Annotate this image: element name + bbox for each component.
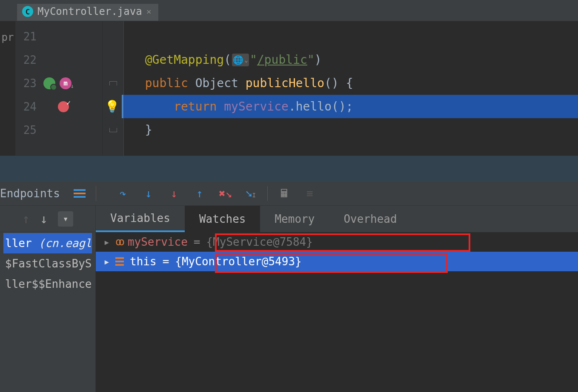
object-icon — [115, 257, 124, 266]
string-quote: " — [307, 53, 315, 67]
run-to-cursor-icon[interactable]: ➘I — [244, 187, 257, 200]
method-call-token: hello — [296, 99, 332, 114]
filter-frames-icon[interactable]: ▾ — [58, 211, 73, 227]
step-out-icon[interactable]: ↑ — [193, 187, 206, 200]
keyword-return: return — [174, 99, 217, 114]
editor-debug-separator — [0, 156, 578, 181]
watch-name: myService — [128, 232, 188, 252]
code-editor[interactable]: pr 21 22 23 m 24 25 💡 — [0, 21, 578, 156]
fold-end-icon[interactable] — [109, 128, 117, 132]
method-gutter-icon[interactable]: m — [60, 77, 72, 89]
tab-variables[interactable]: Variables — [96, 206, 185, 232]
evaluate-icon[interactable]: 🖩 — [278, 187, 291, 200]
trace-icon[interactable]: ≡ — [303, 187, 316, 200]
type-token: Object — [195, 76, 238, 90]
close-icon[interactable]: × — [146, 6, 152, 17]
line-number: 22 — [22, 54, 37, 66]
highlight-annotation — [215, 233, 470, 252]
string-quote: " — [250, 53, 257, 67]
fold-start-icon[interactable] — [109, 81, 117, 85]
equals: = — [194, 232, 200, 252]
debug-tab-row: Variables Watches Memory Overhead — [96, 206, 578, 232]
drop-frame-icon[interactable]: ✖↘ — [219, 187, 232, 200]
keyword-public: public — [145, 76, 188, 90]
expand-icon[interactable]: ▸ — [103, 232, 109, 252]
punct: } — [145, 123, 152, 137]
equals: = — [163, 252, 169, 271]
tab-overhead[interactable]: Overhead — [329, 206, 411, 232]
step-into-icon[interactable]: ↓ — [142, 187, 155, 200]
run-gutter-icon[interactable] — [43, 77, 55, 89]
file-tab-label: MyController.java — [37, 6, 142, 17]
punct: { — [339, 76, 353, 90]
punct: () — [324, 76, 339, 90]
frames-toolbar: ↑ ↓ ▾ — [0, 206, 95, 232]
prev-frame-icon[interactable]: ↑ — [22, 211, 30, 226]
line-number: 23 — [22, 77, 37, 90]
url-path[interactable]: /public — [257, 53, 307, 67]
tab-watches[interactable]: Watches — [185, 206, 260, 232]
frames-panel: ↑ ↓ ▾ ller (cn.eagl $FastClassByS ller$$… — [0, 206, 96, 392]
frame-row[interactable]: ller$$Enhance — [3, 274, 92, 294]
tab-memory[interactable]: Memory — [260, 206, 329, 232]
punct: ) — [315, 53, 322, 67]
globe-icon[interactable]: 🌐 — [232, 54, 249, 66]
file-tab[interactable]: C MyController.java × — [17, 4, 158, 21]
frame-row[interactable]: $FastClassByS — [3, 253, 92, 274]
field-token: myService — [224, 99, 289, 114]
editor-tab-bar: C MyController.java × — [0, 0, 578, 21]
punct: (); — [332, 99, 353, 114]
method-name-token: publicHello — [246, 76, 324, 90]
step-controls: ↷ ↓ ↓ ↑ ✖↘ ➘I — [106, 187, 267, 200]
next-frame-icon[interactable]: ↓ — [40, 211, 48, 226]
highlight-annotation — [215, 253, 448, 273]
endpoints-icon[interactable] — [74, 189, 86, 198]
breakpoint-icon[interactable] — [58, 101, 69, 112]
line-gutter: 21 22 23 m 24 25 — [15, 21, 103, 156]
line-number: 25 — [22, 124, 37, 136]
line-number: 24 — [22, 100, 37, 113]
annotation-token: @GetMapping — [145, 53, 224, 67]
class-file-icon: C — [22, 6, 33, 17]
fold-column: 💡 — [103, 21, 124, 156]
force-step-into-icon[interactable]: ↓ — [168, 187, 180, 200]
step-over-icon[interactable]: ↷ — [117, 187, 129, 200]
expand-icon[interactable]: ▸ — [103, 252, 109, 271]
frames-list[interactable]: ller (cn.eagl $FastClassByS ller$$Enhanc… — [0, 232, 95, 295]
variable-name: this — [130, 252, 157, 271]
watch-icon: oo — [115, 232, 122, 252]
frame-row[interactable]: ller (cn.eagl — [3, 233, 92, 253]
line-number: 21 — [22, 30, 37, 43]
execution-line[interactable]: return myService.hello(); — [124, 95, 578, 118]
intention-bulb-icon[interactable]: 💡 — [105, 99, 120, 114]
watches-panel[interactable]: ▸ oo myService = {MyService@7584} ▸ this… — [96, 232, 578, 392]
project-tool-stub[interactable]: pr — [0, 29, 15, 46]
punct: ( — [224, 53, 231, 67]
punct: . — [289, 99, 296, 114]
code-content[interactable]: @GetMapping(🌐"/public") public Object pu… — [124, 21, 578, 156]
endpoints-label[interactable]: Endpoints — [0, 187, 67, 200]
debug-toolbar: Endpoints ↷ ↓ ↓ ↑ ✖↘ ➘I 🖩 ≡ — [0, 181, 578, 206]
